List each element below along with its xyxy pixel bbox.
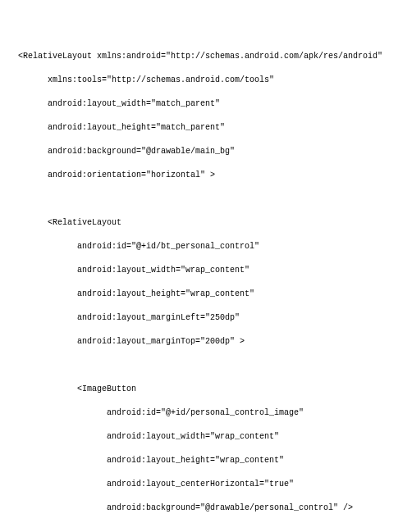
ib1-attr: android:layout_width="wrap_content" [107,431,397,443]
root-attr: android:layout_height="match_parent" [48,122,397,134]
root-attr: android:background="@drawable/main_bg" [48,146,397,158]
rl1-attr: android:layout_marginLeft="250dp" [77,312,397,325]
root-attr: android:orientation="horizontal" > [48,170,397,182]
code-page: <RelativeLayout xmlns:android="http://sc… [0,0,412,532]
rl1-attr: android:layout_height="wrap_content" [77,289,397,301]
ib1-attr: android:id="@+id/personal_control_image" [107,407,397,420]
ib1-attr: android:layout_centerHorizontal="true" [107,479,397,491]
root-attr: xmlns:tools="http://schemas.android.com/… [48,75,397,87]
ib1-attr: android:background="@drawable/personal_c… [107,502,397,515]
ib1-open: <ImageButton [77,384,397,396]
rl1-attr: android:layout_marginTop="200dp" > [77,336,397,348]
root-attr: android:layout_width="match_parent" [48,98,397,111]
rl1-attr: android:id="@+id/bt_personal_control" [77,241,397,253]
xml-source: <RelativeLayout xmlns:android="http://sc… [18,51,397,532]
rl1-open: <RelativeLayout [48,217,397,230]
ib1-attr: android:layout_height="wrap_content" [107,455,397,467]
root-open: <RelativeLayout xmlns:android="http://sc… [18,51,397,63]
rl1-attr: android:layout_width="wrap_content" [77,265,397,277]
